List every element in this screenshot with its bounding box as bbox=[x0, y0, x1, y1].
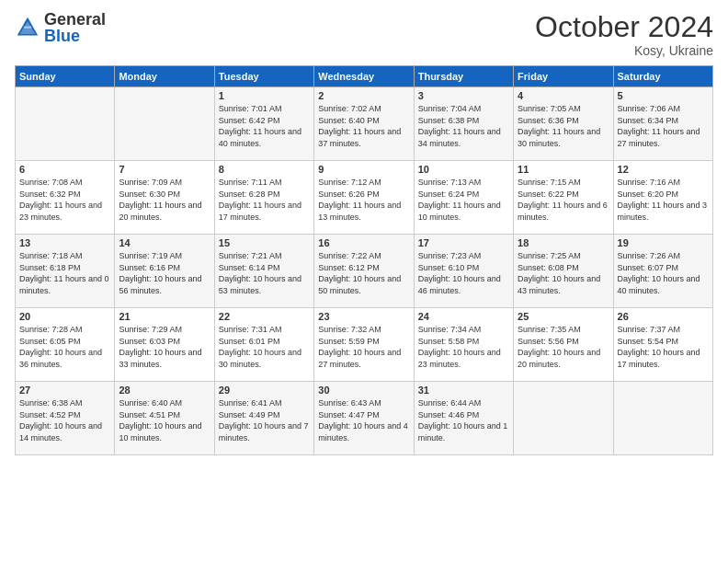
day-cell bbox=[16, 87, 115, 161]
day-number: 31 bbox=[418, 385, 509, 396]
day-cell: 14Sunrise: 7:19 AM Sunset: 6:16 PM Dayli… bbox=[115, 235, 214, 308]
day-number: 28 bbox=[119, 385, 210, 396]
day-number: 15 bbox=[219, 237, 310, 248]
logo-blue-text: Blue bbox=[44, 28, 106, 44]
col-header-thursday: Thursday bbox=[414, 66, 513, 87]
day-number: 10 bbox=[418, 164, 509, 175]
day-cell: 5Sunrise: 7:06 AM Sunset: 6:34 PM Daylig… bbox=[613, 87, 712, 161]
day-info: Sunrise: 7:35 AM Sunset: 5:56 PM Dayligh… bbox=[518, 324, 609, 370]
day-cell: 3Sunrise: 7:04 AM Sunset: 6:38 PM Daylig… bbox=[414, 87, 513, 161]
day-cell: 8Sunrise: 7:11 AM Sunset: 6:28 PM Daylig… bbox=[214, 161, 313, 235]
col-header-saturday: Saturday bbox=[613, 66, 712, 87]
week-row-5: 27Sunrise: 6:38 AM Sunset: 4:52 PM Dayli… bbox=[16, 382, 713, 455]
day-cell: 12Sunrise: 7:16 AM Sunset: 6:20 PM Dayli… bbox=[613, 161, 712, 235]
week-row-3: 13Sunrise: 7:18 AM Sunset: 6:18 PM Dayli… bbox=[16, 235, 713, 308]
day-info: Sunrise: 7:09 AM Sunset: 6:30 PM Dayligh… bbox=[119, 177, 210, 223]
col-header-tuesday: Tuesday bbox=[214, 66, 313, 87]
calendar-table: SundayMondayTuesdayWednesdayThursdayFrid… bbox=[15, 65, 713, 455]
header: General Blue October 2024 Kosy, Ukraine bbox=[15, 11, 713, 58]
day-info: Sunrise: 7:28 AM Sunset: 6:05 PM Dayligh… bbox=[19, 324, 110, 370]
day-number: 4 bbox=[518, 90, 609, 101]
day-cell: 24Sunrise: 7:34 AM Sunset: 5:58 PM Dayli… bbox=[414, 308, 513, 382]
day-info: Sunrise: 7:22 AM Sunset: 6:12 PM Dayligh… bbox=[318, 250, 409, 296]
logo: General Blue bbox=[15, 11, 106, 44]
day-number: 21 bbox=[119, 311, 210, 322]
day-cell: 6Sunrise: 7:08 AM Sunset: 6:32 PM Daylig… bbox=[16, 161, 115, 235]
day-number: 29 bbox=[219, 385, 310, 396]
day-info: Sunrise: 6:41 AM Sunset: 4:49 PM Dayligh… bbox=[219, 397, 310, 443]
day-info: Sunrise: 6:40 AM Sunset: 4:51 PM Dayligh… bbox=[119, 397, 210, 443]
day-cell: 21Sunrise: 7:29 AM Sunset: 6:03 PM Dayli… bbox=[115, 308, 214, 382]
week-row-4: 20Sunrise: 7:28 AM Sunset: 6:05 PM Dayli… bbox=[16, 308, 713, 382]
month-title: October 2024 bbox=[535, 11, 713, 43]
day-number: 9 bbox=[318, 164, 409, 175]
day-number: 13 bbox=[19, 237, 110, 248]
day-number: 20 bbox=[19, 311, 110, 322]
day-cell: 18Sunrise: 7:25 AM Sunset: 6:08 PM Dayli… bbox=[514, 235, 613, 308]
day-number: 18 bbox=[518, 237, 609, 248]
day-number: 23 bbox=[318, 311, 409, 322]
day-cell: 29Sunrise: 6:41 AM Sunset: 4:49 PM Dayli… bbox=[214, 382, 313, 455]
day-number: 24 bbox=[418, 311, 509, 322]
day-number: 11 bbox=[518, 164, 609, 175]
day-cell: 31Sunrise: 6:44 AM Sunset: 4:46 PM Dayli… bbox=[414, 382, 513, 455]
day-info: Sunrise: 7:26 AM Sunset: 6:07 PM Dayligh… bbox=[618, 250, 709, 296]
day-cell bbox=[514, 382, 613, 455]
col-header-sunday: Sunday bbox=[16, 66, 115, 87]
day-cell: 27Sunrise: 6:38 AM Sunset: 4:52 PM Dayli… bbox=[16, 382, 115, 455]
col-header-friday: Friday bbox=[514, 66, 613, 87]
day-info: Sunrise: 7:32 AM Sunset: 5:59 PM Dayligh… bbox=[318, 324, 409, 370]
day-info: Sunrise: 7:08 AM Sunset: 6:32 PM Dayligh… bbox=[19, 177, 110, 223]
day-number: 16 bbox=[318, 237, 409, 248]
logo-text: General Blue bbox=[44, 11, 106, 44]
page: General Blue October 2024 Kosy, Ukraine … bbox=[0, 0, 728, 563]
day-number: 19 bbox=[618, 237, 709, 248]
day-number: 2 bbox=[318, 90, 409, 101]
day-info: Sunrise: 7:31 AM Sunset: 6:01 PM Dayligh… bbox=[219, 324, 310, 370]
day-number: 5 bbox=[618, 90, 709, 101]
day-info: Sunrise: 7:01 AM Sunset: 6:42 PM Dayligh… bbox=[219, 103, 310, 149]
day-info: Sunrise: 7:23 AM Sunset: 6:10 PM Dayligh… bbox=[418, 250, 509, 296]
day-cell: 28Sunrise: 6:40 AM Sunset: 4:51 PM Dayli… bbox=[115, 382, 214, 455]
day-info: Sunrise: 7:25 AM Sunset: 6:08 PM Dayligh… bbox=[518, 250, 609, 296]
day-cell: 20Sunrise: 7:28 AM Sunset: 6:05 PM Dayli… bbox=[16, 308, 115, 382]
day-cell: 13Sunrise: 7:18 AM Sunset: 6:18 PM Dayli… bbox=[16, 235, 115, 308]
col-header-monday: Monday bbox=[115, 66, 214, 87]
day-info: Sunrise: 7:11 AM Sunset: 6:28 PM Dayligh… bbox=[219, 177, 310, 223]
day-number: 6 bbox=[19, 164, 110, 175]
day-info: Sunrise: 7:12 AM Sunset: 6:26 PM Dayligh… bbox=[318, 177, 409, 223]
day-number: 25 bbox=[518, 311, 609, 322]
day-info: Sunrise: 7:16 AM Sunset: 6:20 PM Dayligh… bbox=[618, 177, 709, 223]
day-info: Sunrise: 7:06 AM Sunset: 6:34 PM Dayligh… bbox=[618, 103, 709, 149]
day-number: 14 bbox=[119, 237, 210, 248]
day-cell: 23Sunrise: 7:32 AM Sunset: 5:59 PM Dayli… bbox=[314, 308, 414, 382]
day-cell: 26Sunrise: 7:37 AM Sunset: 5:54 PM Dayli… bbox=[613, 308, 712, 382]
day-cell: 7Sunrise: 7:09 AM Sunset: 6:30 PM Daylig… bbox=[115, 161, 214, 235]
day-cell: 9Sunrise: 7:12 AM Sunset: 6:26 PM Daylig… bbox=[314, 161, 414, 235]
day-number: 7 bbox=[119, 164, 210, 175]
day-cell: 16Sunrise: 7:22 AM Sunset: 6:12 PM Dayli… bbox=[314, 235, 414, 308]
day-number: 22 bbox=[219, 311, 310, 322]
day-cell: 2Sunrise: 7:02 AM Sunset: 6:40 PM Daylig… bbox=[314, 87, 414, 161]
day-number: 12 bbox=[618, 164, 709, 175]
day-cell: 15Sunrise: 7:21 AM Sunset: 6:14 PM Dayli… bbox=[214, 235, 313, 308]
title-block: October 2024 Kosy, Ukraine bbox=[535, 11, 713, 58]
day-cell: 30Sunrise: 6:43 AM Sunset: 4:47 PM Dayli… bbox=[314, 382, 414, 455]
location-subtitle: Kosy, Ukraine bbox=[535, 43, 713, 58]
logo-icon bbox=[15, 15, 40, 40]
day-info: Sunrise: 7:19 AM Sunset: 6:16 PM Dayligh… bbox=[119, 250, 210, 296]
day-cell: 19Sunrise: 7:26 AM Sunset: 6:07 PM Dayli… bbox=[613, 235, 712, 308]
day-number: 27 bbox=[19, 385, 110, 396]
day-cell: 11Sunrise: 7:15 AM Sunset: 6:22 PM Dayli… bbox=[514, 161, 613, 235]
day-info: Sunrise: 7:05 AM Sunset: 6:36 PM Dayligh… bbox=[518, 103, 609, 149]
day-cell bbox=[115, 87, 214, 161]
day-info: Sunrise: 6:38 AM Sunset: 4:52 PM Dayligh… bbox=[19, 397, 110, 443]
day-number: 26 bbox=[618, 311, 709, 322]
day-cell: 10Sunrise: 7:13 AM Sunset: 6:24 PM Dayli… bbox=[414, 161, 513, 235]
day-info: Sunrise: 6:44 AM Sunset: 4:46 PM Dayligh… bbox=[418, 397, 509, 443]
day-cell: 17Sunrise: 7:23 AM Sunset: 6:10 PM Dayli… bbox=[414, 235, 513, 308]
header-row: SundayMondayTuesdayWednesdayThursdayFrid… bbox=[16, 66, 713, 87]
day-info: Sunrise: 7:18 AM Sunset: 6:18 PM Dayligh… bbox=[19, 250, 110, 296]
day-cell: 1Sunrise: 7:01 AM Sunset: 6:42 PM Daylig… bbox=[214, 87, 313, 161]
day-cell: 25Sunrise: 7:35 AM Sunset: 5:56 PM Dayli… bbox=[514, 308, 613, 382]
